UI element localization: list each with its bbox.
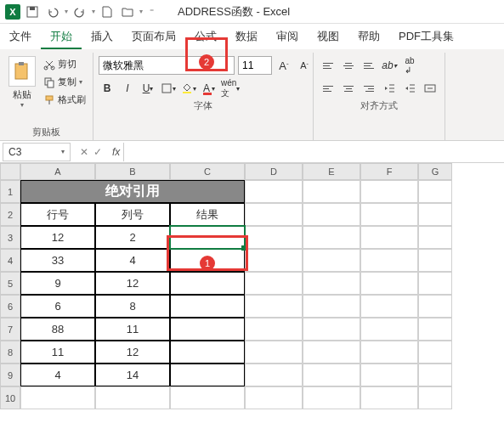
cell[interactable] (360, 386, 418, 409)
cell[interactable] (303, 386, 360, 409)
fx-icon[interactable]: fx (109, 146, 123, 158)
cell[interactable] (245, 295, 303, 318)
data-cell[interactable]: 33 (20, 249, 95, 272)
wrap-text-icon[interactable]: ab↲ (400, 56, 419, 75)
formula-bar[interactable] (123, 143, 504, 161)
cell[interactable] (303, 226, 360, 249)
column-header[interactable]: A (20, 163, 95, 180)
row-header[interactable]: 3 (0, 226, 20, 249)
underline-button[interactable]: U▾ (139, 79, 156, 98)
merged-title-cell[interactable]: 绝对引用 (20, 180, 245, 203)
fill-color-button[interactable]: ▾ (180, 79, 197, 98)
cell[interactable] (418, 272, 452, 295)
result-cell[interactable] (170, 318, 245, 341)
row-header[interactable]: 9 (0, 364, 20, 386)
cell[interactable] (360, 226, 418, 249)
row-header[interactable]: 1 (0, 180, 20, 203)
increase-indent-icon[interactable] (400, 79, 419, 98)
cell[interactable] (245, 272, 303, 295)
merge-cells-icon[interactable] (421, 79, 439, 98)
increase-font-icon[interactable]: Aˆ (275, 56, 292, 75)
cell[interactable] (245, 203, 303, 226)
phonetic-button[interactable]: wén文▾ (221, 79, 240, 98)
data-cell[interactable]: 11 (20, 341, 95, 364)
tab-insert[interactable]: 插入 (82, 24, 122, 49)
cell[interactable] (418, 341, 452, 364)
row-header[interactable]: 8 (0, 341, 20, 364)
format-painter-button[interactable]: 格式刷 (42, 92, 88, 108)
cell[interactable] (360, 295, 418, 318)
row-header[interactable]: 4 (0, 249, 20, 272)
cell[interactable] (360, 364, 418, 386)
decrease-font-icon[interactable]: Aˇ (296, 56, 313, 75)
paste-button[interactable] (8, 56, 36, 87)
border-button[interactable]: ▾ (160, 79, 177, 98)
cell[interactable] (303, 180, 360, 203)
align-center-icon[interactable] (339, 79, 358, 98)
data-cell[interactable]: 11 (95, 318, 170, 341)
row-header[interactable]: 7 (0, 318, 20, 341)
cell[interactable] (170, 386, 245, 409)
qat-overflow[interactable]: ⁼ (146, 7, 157, 16)
result-cell[interactable] (170, 341, 245, 364)
cell[interactable] (245, 226, 303, 249)
tab-home[interactable]: 开始 (41, 24, 82, 49)
cell[interactable] (245, 341, 303, 364)
column-header[interactable]: C (170, 163, 245, 180)
name-box[interactable]: C3 ▾ (3, 143, 71, 161)
cell[interactable] (303, 341, 360, 364)
chevron-down-icon[interactable]: ▾ (20, 101, 24, 109)
data-cell[interactable]: 12 (95, 341, 170, 364)
qat-dropdown-icon[interactable]: ▾ (92, 8, 95, 15)
cell[interactable] (418, 203, 452, 226)
result-cell[interactable] (170, 364, 245, 386)
align-left-icon[interactable] (319, 79, 337, 98)
italic-button[interactable]: I (119, 79, 136, 98)
column-header[interactable]: G (418, 163, 452, 180)
cell[interactable] (303, 364, 360, 386)
column-header[interactable]: D (245, 163, 303, 180)
cell[interactable] (20, 386, 95, 409)
header-cell-row[interactable]: 行号 (20, 203, 95, 226)
chevron-down-icon[interactable]: ▾ (61, 148, 65, 155)
cancel-formula-icon[interactable]: ✕ (80, 146, 88, 158)
cell[interactable] (360, 249, 418, 272)
align-bottom-icon[interactable] (360, 56, 378, 75)
row-header[interactable]: 6 (0, 295, 20, 318)
data-cell[interactable]: 12 (95, 272, 170, 295)
data-cell[interactable]: 6 (20, 295, 95, 318)
tab-file[interactable]: 文件 (0, 24, 41, 49)
result-cell[interactable] (170, 272, 245, 295)
data-cell[interactable]: 14 (95, 364, 170, 386)
qat-dropdown-icon[interactable]: ▾ (139, 8, 143, 15)
cell[interactable] (245, 249, 303, 272)
new-file-icon[interactable] (99, 3, 116, 20)
orientation-icon[interactable]: ab▾ (380, 56, 399, 75)
cell[interactable] (303, 203, 360, 226)
enter-formula-icon[interactable]: ✓ (93, 146, 102, 158)
font-name-select[interactable] (99, 56, 235, 75)
tab-help[interactable]: 帮助 (348, 24, 389, 49)
row-header[interactable]: 2 (0, 203, 20, 226)
align-right-icon[interactable] (360, 79, 378, 98)
column-header[interactable]: F (360, 163, 418, 180)
result-cell[interactable] (170, 226, 245, 249)
cell[interactable] (360, 203, 418, 226)
data-cell[interactable]: 8 (95, 295, 170, 318)
cell[interactable] (245, 318, 303, 341)
save-button[interactable] (24, 3, 41, 20)
cell[interactable] (303, 249, 360, 272)
column-header[interactable]: E (303, 163, 360, 180)
cell[interactable] (418, 249, 452, 272)
cell[interactable] (418, 295, 452, 318)
cell[interactable] (303, 295, 360, 318)
data-cell[interactable]: 2 (95, 226, 170, 249)
cell[interactable] (245, 180, 303, 203)
data-cell[interactable]: 9 (20, 272, 95, 295)
tab-formulas[interactable]: 公式 (185, 24, 226, 49)
cell[interactable] (360, 318, 418, 341)
select-all-corner[interactable] (0, 163, 20, 180)
data-cell[interactable]: 12 (20, 226, 95, 249)
header-cell-result[interactable]: 结果 (170, 203, 245, 226)
row-header[interactable]: 5 (0, 272, 20, 295)
